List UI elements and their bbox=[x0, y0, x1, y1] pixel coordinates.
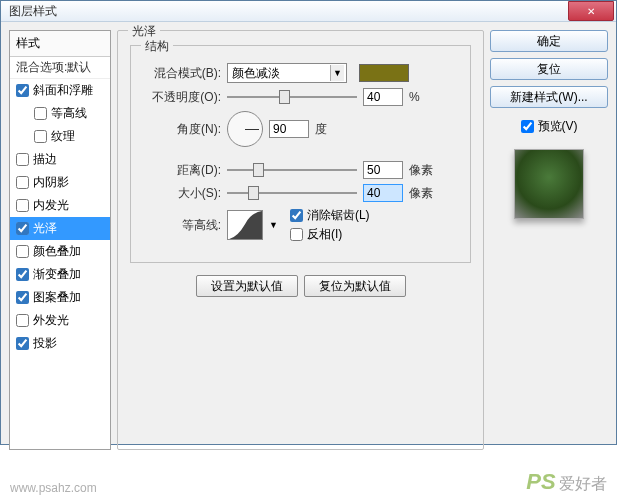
sidebar-item-label: 等高线 bbox=[51, 105, 87, 122]
watermark-cn: 爱好者 bbox=[559, 475, 607, 492]
sidebar-item-0[interactable]: 斜面和浮雕 bbox=[10, 79, 110, 102]
sidebar-checkbox[interactable] bbox=[34, 107, 47, 120]
sidebar-blend-options[interactable]: 混合选项:默认 bbox=[10, 57, 110, 79]
sidebar-item-label: 斜面和浮雕 bbox=[33, 82, 93, 99]
sidebar-item-10[interactable]: 外发光 bbox=[10, 309, 110, 332]
satin-fieldset: 光泽 结构 混合模式(B): 颜色减淡 ▼ bbox=[117, 30, 484, 450]
opacity-unit: % bbox=[409, 90, 420, 104]
sidebar-checkbox[interactable] bbox=[34, 130, 47, 143]
opacity-input[interactable] bbox=[363, 88, 403, 106]
watermark-logo: PS bbox=[526, 469, 555, 494]
sidebar-item-label: 内阴影 bbox=[33, 174, 69, 191]
sidebar-item-label: 图案叠加 bbox=[33, 289, 81, 306]
dialog-body: 样式 混合选项:默认 斜面和浮雕等高线纹理描边内阴影内发光光泽颜色叠加渐变叠加图… bbox=[1, 22, 616, 458]
sidebar-item-label: 内发光 bbox=[33, 197, 69, 214]
sidebar-item-8[interactable]: 渐变叠加 bbox=[10, 263, 110, 286]
sidebar-item-2[interactable]: 纹理 bbox=[10, 125, 110, 148]
opacity-slider[interactable] bbox=[227, 89, 357, 105]
sidebar-item-label: 投影 bbox=[33, 335, 57, 352]
size-slider[interactable] bbox=[227, 185, 357, 201]
sidebar-checkbox[interactable] bbox=[16, 314, 29, 327]
sidebar-checkbox[interactable] bbox=[16, 245, 29, 258]
sidebar-checkbox[interactable] bbox=[16, 337, 29, 350]
size-unit: 像素 bbox=[409, 185, 433, 202]
sidebar-checkbox[interactable] bbox=[16, 176, 29, 189]
make-default-button[interactable]: 设置为默认值 bbox=[196, 275, 298, 297]
color-swatch[interactable] bbox=[359, 64, 409, 82]
sidebar-checkbox[interactable] bbox=[16, 153, 29, 166]
antialias-checkbox[interactable]: 消除锯齿(L) bbox=[290, 207, 370, 224]
angle-label: 角度(N): bbox=[141, 121, 221, 138]
window-title: 图层样式 bbox=[9, 3, 568, 20]
contour-label: 等高线: bbox=[141, 217, 221, 234]
sidebar-item-label: 渐变叠加 bbox=[33, 266, 81, 283]
layer-style-dialog: 图层样式 ✕ 样式 混合选项:默认 斜面和浮雕等高线纹理描边内阴影内发光光泽颜色… bbox=[0, 0, 617, 445]
distance-unit: 像素 bbox=[409, 162, 433, 179]
titlebar[interactable]: 图层样式 ✕ bbox=[1, 1, 616, 22]
chevron-down-icon: ▼ bbox=[330, 65, 344, 81]
blend-mode-label: 混合模式(B): bbox=[141, 65, 221, 82]
sidebar-item-label: 颜色叠加 bbox=[33, 243, 81, 260]
sidebar-header[interactable]: 样式 bbox=[10, 31, 110, 57]
sidebar-item-5[interactable]: 内发光 bbox=[10, 194, 110, 217]
sidebar-checkbox[interactable] bbox=[16, 84, 29, 97]
contour-arrow-icon[interactable]: ▼ bbox=[269, 220, 278, 230]
angle-unit: 度 bbox=[315, 121, 327, 138]
blend-mode-value: 颜色减淡 bbox=[232, 65, 280, 82]
cancel-button[interactable]: 复位 bbox=[490, 58, 608, 80]
sidebar-checkbox[interactable] bbox=[16, 291, 29, 304]
size-label: 大小(S): bbox=[141, 185, 221, 202]
sidebar-item-label: 纹理 bbox=[51, 128, 75, 145]
structure-legend: 结构 bbox=[141, 38, 173, 55]
invert-checkbox[interactable]: 反相(I) bbox=[290, 226, 370, 243]
sidebar-item-3[interactable]: 描边 bbox=[10, 148, 110, 171]
angle-dial[interactable] bbox=[227, 111, 263, 147]
close-button[interactable]: ✕ bbox=[568, 1, 614, 21]
preview-thumbnail bbox=[514, 149, 584, 219]
preview-checkbox[interactable]: 预览(V) bbox=[490, 118, 608, 135]
structure-fieldset: 结构 混合模式(B): 颜色减淡 ▼ 不透明度(O): bbox=[130, 45, 471, 263]
ok-button[interactable]: 确定 bbox=[490, 30, 608, 52]
sidebar-checkbox[interactable] bbox=[16, 268, 29, 281]
reset-default-button[interactable]: 复位为默认值 bbox=[304, 275, 406, 297]
right-column: 确定 复位 新建样式(W)... 预览(V) bbox=[490, 30, 608, 450]
size-input[interactable] bbox=[363, 184, 403, 202]
sidebar-item-4[interactable]: 内阴影 bbox=[10, 171, 110, 194]
sidebar-item-1[interactable]: 等高线 bbox=[10, 102, 110, 125]
new-style-button[interactable]: 新建样式(W)... bbox=[490, 86, 608, 108]
main-panel: 光泽 结构 混合模式(B): 颜色减淡 ▼ bbox=[117, 30, 484, 450]
sidebar-item-9[interactable]: 图案叠加 bbox=[10, 286, 110, 309]
sidebar-item-6[interactable]: 光泽 bbox=[10, 217, 110, 240]
sidebar-item-label: 描边 bbox=[33, 151, 57, 168]
sidebar-item-label: 光泽 bbox=[33, 220, 57, 237]
contour-picker[interactable] bbox=[227, 210, 263, 240]
distance-label: 距离(D): bbox=[141, 162, 221, 179]
watermark: www.psahz.com PS 爱好者 bbox=[0, 469, 617, 495]
sidebar-item-11[interactable]: 投影 bbox=[10, 332, 110, 355]
distance-input[interactable] bbox=[363, 161, 403, 179]
styles-sidebar: 样式 混合选项:默认 斜面和浮雕等高线纹理描边内阴影内发光光泽颜色叠加渐变叠加图… bbox=[9, 30, 111, 450]
distance-slider[interactable] bbox=[227, 162, 357, 178]
sidebar-checkbox[interactable] bbox=[16, 222, 29, 235]
sidebar-item-7[interactable]: 颜色叠加 bbox=[10, 240, 110, 263]
angle-input[interactable] bbox=[269, 120, 309, 138]
watermark-url: www.psahz.com bbox=[10, 481, 97, 495]
sidebar-checkbox[interactable] bbox=[16, 199, 29, 212]
sidebar-item-label: 外发光 bbox=[33, 312, 69, 329]
opacity-label: 不透明度(O): bbox=[141, 89, 221, 106]
blend-mode-combo[interactable]: 颜色减淡 ▼ bbox=[227, 63, 347, 83]
